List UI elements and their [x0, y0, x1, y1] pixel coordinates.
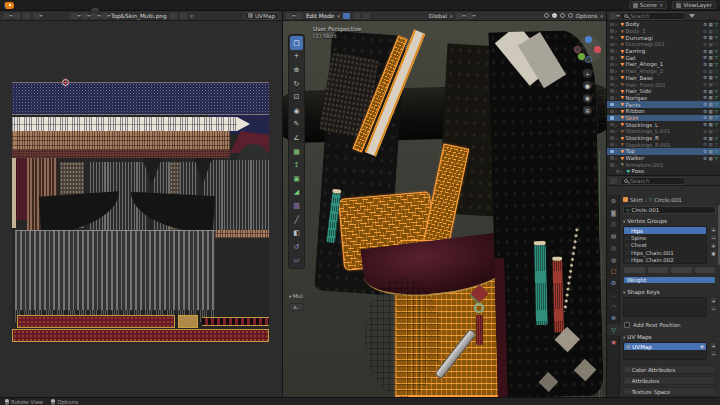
outliner-item-pants[interactable]: ›▼Pants⚙▦▽: [607, 101, 720, 108]
expand-icon[interactable]: ›: [615, 82, 619, 88]
uv-toggle-icon-1[interactable]: [13, 13, 20, 19]
viewport-canvas[interactable]: User Perspective (1) Skirt ▢+⊕↻⊡◉✎∠▦↥▣◢▥…: [283, 21, 606, 397]
mesh-data-icon[interactable]: ▽: [714, 89, 718, 94]
mesh-data-icon[interactable]: ▽: [714, 75, 718, 80]
expand-icon[interactable]: ›: [615, 95, 619, 101]
edge-select-icon[interactable]: [353, 13, 360, 19]
expand-icon[interactable]: ›: [615, 21, 619, 27]
panel-attributes[interactable]: ›Attributes: [623, 376, 716, 385]
mesh-data-icon[interactable]: ▽: [714, 115, 718, 120]
outliner-item-hair-base[interactable]: ›▼Hair_Base⚙▦▽: [607, 75, 720, 82]
tool-button[interactable]: ⊕: [290, 63, 303, 77]
properties-tab-modifiers[interactable]: ⚙: [607, 277, 620, 289]
proportional-edit-icon[interactable]: [466, 13, 473, 19]
expand-icon[interactable]: ›: [615, 41, 619, 47]
expand-icon[interactable]: ›: [615, 35, 619, 41]
button-remove[interactable]: [647, 266, 670, 274]
expand-icon[interactable]: ›: [615, 115, 619, 121]
uv-canvas[interactable]: [0, 21, 282, 397]
modifier-icon[interactable]: ⚙: [703, 55, 707, 60]
outliner-item-durumagi-001[interactable]: ›▼Durumagi.001⚙▦▽: [607, 41, 720, 48]
mesh-data-icon[interactable]: ▽: [714, 156, 718, 161]
ortho-grid-icon[interactable]: ⊞: [583, 106, 592, 115]
datablock-name-field[interactable]: ▽ Circle.001: [623, 206, 716, 214]
add-icon[interactable]: +: [710, 342, 717, 349]
outliner-item-norigae[interactable]: ›▼Norigae⚙▦▽: [607, 95, 720, 102]
expand-icon[interactable]: ›: [615, 68, 619, 74]
add-icon[interactable]: +: [710, 297, 717, 304]
outliner-item-durumagi[interactable]: ›▼Durumagi⚙▦▽: [607, 34, 720, 41]
modifier-icon[interactable]: ⚙: [703, 75, 707, 80]
modifier-icon[interactable]: ⚙: [703, 95, 707, 100]
expand-icon[interactable]: ›: [615, 122, 619, 128]
remove-icon[interactable]: −: [710, 234, 717, 241]
filter-icon[interactable]: [689, 14, 695, 18]
image-name[interactable]: Top&Skin_Multi.png: [111, 13, 167, 19]
modifier-icon[interactable]: ⚙: [703, 82, 707, 87]
shading-rendered-icon[interactable]: [568, 13, 573, 18]
tool-button[interactable]: ╱: [290, 213, 303, 227]
outliner-item-body-2[interactable]: ›▼Body_2⚙▦▽: [607, 28, 720, 35]
display-icon[interactable]: ▦: [709, 82, 713, 87]
properties-tab-object-data[interactable]: ▽: [607, 324, 620, 336]
expand-icon[interactable]: ›: [615, 48, 619, 54]
modifier-icon[interactable]: ⚙: [703, 89, 707, 94]
remove-icon[interactable]: −: [710, 350, 717, 357]
uv-map-uvmap[interactable]: ▦UVMap◉: [624, 343, 706, 350]
remove-icon[interactable]: −: [710, 305, 717, 312]
display-icon[interactable]: ▦: [709, 89, 713, 94]
modifier-icon[interactable]: ⚙: [703, 42, 707, 47]
annotate-mini-button[interactable]: A..: [289, 303, 304, 311]
properties-tab-scene[interactable]: ◎: [607, 242, 620, 254]
tool-button[interactable]: +: [290, 50, 303, 64]
outliner-item-walker[interactable]: ›▼Walker⚙▦▽: [607, 155, 720, 162]
display-icon[interactable]: ▦: [709, 29, 713, 34]
modifier-icon[interactable]: ⚙: [703, 22, 707, 27]
axis-y-icon[interactable]: [578, 53, 585, 60]
properties-tab-constraints[interactable]: ⊗: [607, 312, 620, 324]
button-assign[interactable]: [623, 266, 646, 274]
uv-2d-cursor[interactable]: [62, 79, 69, 86]
expand-icon[interactable]: ›: [615, 162, 619, 168]
options-dropdown[interactable]: Options: [576, 13, 598, 19]
outliner-item-hair-ahoge-2[interactable]: ›▼Hair_Ahoge_2⚙▦▽: [607, 68, 720, 75]
modifier-icon[interactable]: ⚙: [703, 156, 707, 161]
outliner-item-top[interactable]: ›▼Top⚙▦▽: [607, 148, 720, 155]
panel-color-attributes[interactable]: ›Color Attributes: [623, 365, 716, 374]
tool-button[interactable]: ▦: [290, 145, 303, 159]
outliner-item-pose[interactable]: ›▼Pose⚙▦▽: [607, 168, 720, 175]
display-icon[interactable]: ▦: [709, 22, 713, 27]
modifier-icon[interactable]: ⚙: [703, 29, 707, 34]
display-icon[interactable]: ▦: [709, 62, 713, 67]
tool-button[interactable]: ◧: [290, 226, 303, 240]
outliner-search-input[interactable]: [630, 13, 682, 19]
face-select-icon[interactable]: [363, 13, 370, 19]
shading-material-icon[interactable]: [560, 13, 565, 18]
expand-icon[interactable]: ›: [615, 148, 619, 154]
tool-button[interactable]: ∠: [290, 131, 303, 145]
tool-button[interactable]: ↥: [290, 158, 303, 172]
properties-tab-output[interactable]: ⎙: [607, 218, 620, 230]
pan-hand-icon[interactable]: ●: [583, 81, 592, 90]
mode-selector[interactable]: Edit Mode: [306, 13, 334, 19]
proportional-edit-icon[interactable]: [91, 13, 98, 19]
uv-toggle-icon-2[interactable]: [23, 13, 30, 19]
modifier-icon[interactable]: ⚙: [703, 62, 707, 67]
tool-button[interactable]: ▢: [290, 36, 303, 50]
display-icon[interactable]: ▦: [709, 142, 713, 147]
modifier-icon[interactable]: ⚙: [703, 49, 707, 54]
redo-panel[interactable]: ▾ Mul A..: [289, 293, 304, 311]
move-down-icon[interactable]: ▼: [710, 250, 717, 257]
display-icon[interactable]: ▦: [709, 156, 713, 161]
properties-tab-material[interactable]: ◉: [607, 335, 620, 347]
mesh-data-icon[interactable]: ▽: [714, 62, 718, 67]
modifier-icon[interactable]: ⚙: [703, 142, 707, 147]
display-icon[interactable]: ▦: [709, 69, 713, 74]
properties-search-input[interactable]: [630, 178, 682, 184]
mesh-data-icon[interactable]: ▽: [714, 136, 718, 141]
vertex-group-spine[interactable]: ∷Spine: [624, 234, 706, 241]
mesh-data-icon[interactable]: ▽: [714, 129, 718, 134]
new-image-icon[interactable]: [170, 13, 177, 19]
weight-slider[interactable]: Weight: [623, 276, 716, 284]
modifier-icon[interactable]: ⚙: [703, 35, 707, 40]
